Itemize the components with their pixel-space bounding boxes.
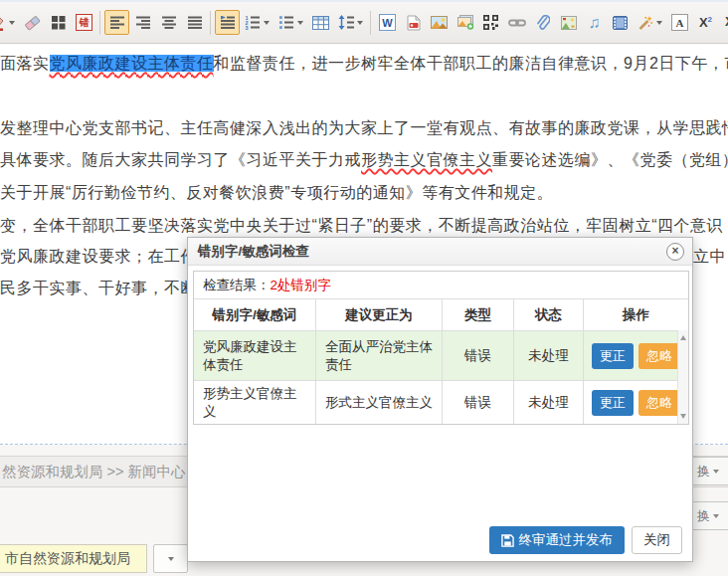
- indent-button[interactable]: [215, 10, 240, 35]
- chevron-down-icon: [264, 21, 270, 25]
- text-run: 民多干实事、干好事，不断: [0, 280, 197, 296]
- cell-term: 形势主义官僚主义: [194, 381, 315, 424]
- text-line: 关于开展“厉行勤俭节约、反对餐饮浪费”专项行动的通知》等有文件和规定。: [0, 181, 553, 205]
- image-icon: [431, 16, 448, 29]
- align-left-button[interactable]: [104, 10, 129, 35]
- dialog-footer: 终审通过并发布 关闭: [489, 526, 683, 554]
- blocks-icon: [51, 15, 66, 30]
- chevron-down-icon: [357, 21, 363, 25]
- align-center-button[interactable]: [156, 10, 181, 35]
- color-marker-icon[interactable]: [0, 10, 19, 35]
- cell-type: 错误: [442, 331, 513, 380]
- close-label: 关闭: [643, 532, 670, 547]
- text-line: 面落实党风廉政建设主体责任和监督责任，进一步树牢全体干部职工的廉洁自律意识，9月…: [0, 52, 728, 76]
- col-header-suggestion: 建议更正为: [315, 299, 442, 330]
- unordered-list-icon: [278, 15, 294, 30]
- status-badge: 未处理: [513, 381, 583, 424]
- line-height-button[interactable]: [334, 10, 367, 35]
- suggestion-text: 全面从严治党主体责任: [325, 338, 435, 374]
- cell-suggestion: 形式主义官僚主义: [315, 381, 442, 424]
- unordered-list-button[interactable]: [274, 10, 307, 35]
- eraser-button[interactable]: [20, 10, 45, 35]
- insert-video-button[interactable]: [608, 10, 633, 35]
- magic-format-button[interactable]: [634, 10, 666, 35]
- align-left-icon: [109, 16, 125, 30]
- justify-icon: [187, 16, 203, 30]
- insert-image-button[interactable]: [427, 10, 452, 35]
- editor-toolbar: 错: [0, 0, 728, 44]
- selected-flagged-text: 党风廉政建设主体责任: [50, 55, 214, 72]
- col-header-status: 状态: [513, 299, 583, 330]
- text-line-fragment: 立中: [693, 245, 726, 269]
- col-header-type: 类型: [442, 299, 513, 330]
- scroll-up-icon[interactable]: [680, 335, 686, 340]
- ordered-list-button[interactable]: 1 2 3: [241, 10, 273, 35]
- typo-check-dialog: 错别字/敏感词检查 × 检查结果：2处错别字 错别字/敏感词 建议更正为 类型 …: [187, 237, 693, 562]
- subscript-button[interactable]: X2: [719, 10, 728, 35]
- result-count: 2处错别字: [271, 278, 332, 292]
- site-selector-field[interactable]: 市自然资源和规划局: [0, 544, 147, 573]
- import-pdf-button[interactable]: [401, 10, 426, 35]
- blocks-button[interactable]: [46, 10, 71, 35]
- text-run: 和监督责任，进一步树牢全体干部职工的廉洁自律意识，9月2日下午，市土: [214, 55, 728, 72]
- insert-table-button[interactable]: [308, 10, 333, 35]
- check-result-line: 检查结果：2处错别字: [194, 272, 688, 298]
- link-button[interactable]: [504, 10, 529, 35]
- text-run: 具体要求。随后大家共同学习了《习近平关于力戒: [0, 151, 361, 168]
- site-selector-dropdown-button[interactable]: [153, 544, 188, 573]
- dialog-close-button[interactable]: ×: [666, 243, 684, 261]
- typo-check-button[interactable]: 错: [72, 10, 96, 35]
- indent-icon: [220, 16, 236, 30]
- editor-window: 错: [0, 0, 728, 576]
- paperclip-icon: [535, 15, 550, 31]
- import-word-button[interactable]: W: [375, 10, 400, 35]
- ignore-button[interactable]: 忽略: [638, 343, 680, 369]
- insert-audio-button[interactable]: ♫: [582, 10, 607, 35]
- col-header-actions: 操作: [583, 299, 688, 330]
- chevron-down-icon: [9, 21, 15, 25]
- close-dialog-button[interactable]: 关闭: [632, 526, 682, 554]
- superscript-button[interactable]: X2: [693, 10, 718, 35]
- dialog-title: 错别字/敏感词检查: [198, 244, 309, 259]
- line-height-icon: [338, 15, 354, 30]
- image-map-button[interactable]: [556, 10, 581, 35]
- table-row: 党风廉政建设主体责任 全面从严治党主体责任 错误 未处理 更正 忽略: [194, 330, 688, 380]
- ignore-button[interactable]: 忽略: [638, 390, 680, 416]
- dialog-titlebar[interactable]: 错别字/敏感词检查: [188, 238, 692, 266]
- term-text: 党风廉政建设主体责任: [203, 338, 308, 374]
- chevron-down-icon: [297, 21, 303, 25]
- font-box-icon: A: [671, 14, 688, 31]
- qrcode-button[interactable]: [478, 10, 503, 35]
- check-result-box: 检查结果：2处错别字 错别字/敏感词 建议更正为 类型 状态 操作 党风廉政建设…: [193, 271, 689, 425]
- images-icon: [456, 15, 474, 30]
- font-style-button[interactable]: A: [667, 10, 692, 35]
- align-right-icon: [135, 16, 151, 30]
- cell-suggestion: 全面从严治党主体责任: [315, 331, 442, 380]
- align-right-button[interactable]: [130, 10, 155, 35]
- music-note-icon: ♫: [589, 14, 601, 32]
- marker-icon: [0, 15, 6, 31]
- cell-term: 党风廉政建设主体责任: [194, 331, 315, 380]
- text-run: 面落实: [0, 55, 50, 72]
- cell-actions: 更正 忽略: [583, 381, 688, 424]
- fix-button[interactable]: 更正: [592, 390, 634, 416]
- insert-images-button[interactable]: [453, 10, 477, 35]
- cell-actions: 更正 忽略: [583, 331, 688, 380]
- status-badge: 未处理: [513, 331, 583, 380]
- side-dropdown-bottom[interactable]: 换: [690, 501, 728, 530]
- fix-button[interactable]: 更正: [592, 343, 634, 369]
- col-header-term: 错别字/敏感词: [194, 299, 315, 330]
- side-dropdown-top[interactable]: 换: [690, 457, 728, 485]
- ordered-list-icon: 1 2 3: [245, 15, 261, 30]
- superscript-icon: X2: [699, 15, 712, 30]
- align-center-icon: [161, 16, 177, 30]
- scroll-down-icon[interactable]: [680, 414, 686, 419]
- justify-button[interactable]: [182, 10, 207, 35]
- magic-wand-icon: [637, 15, 653, 31]
- table-scrollbar[interactable]: [677, 330, 688, 424]
- table-body: 党风廉政建设主体责任 全面从严治党主体责任 错误 未处理 更正 忽略 形势主义官…: [194, 330, 688, 424]
- attachment-button[interactable]: [530, 10, 555, 35]
- save-icon: [501, 534, 514, 547]
- publish-button[interactable]: 终审通过并发布: [489, 526, 626, 554]
- svg-text:3: 3: [246, 25, 249, 31]
